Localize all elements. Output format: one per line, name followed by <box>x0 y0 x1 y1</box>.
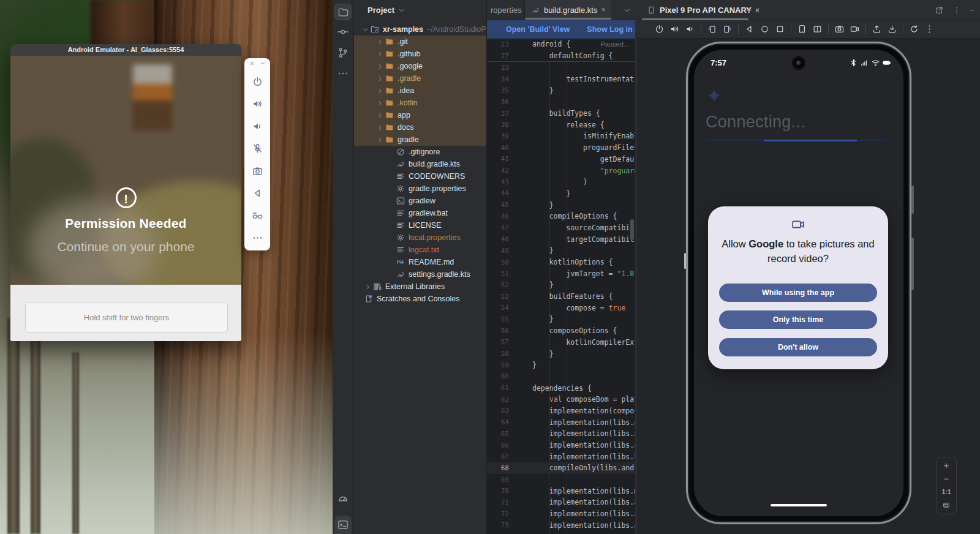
fit-screen-button[interactable] <box>942 501 951 510</box>
back-icon[interactable] <box>244 182 270 205</box>
chevron-right-icon[interactable] <box>376 62 385 70</box>
toolbar-minimize-icon[interactable]: − <box>260 59 265 67</box>
volume-up-icon[interactable] <box>244 93 270 116</box>
permission-button-only-this-time[interactable]: Only this time <box>719 310 877 329</box>
chevron-right-icon[interactable] <box>376 124 385 132</box>
more-icon[interactable] <box>337 67 349 80</box>
tree-item-license[interactable]: LICENSE <box>354 219 486 231</box>
tab-build-gradle-kts[interactable]: build.gradle.kts × <box>525 0 611 20</box>
tree-item--gradle[interactable]: .gradle <box>354 72 486 85</box>
permission-button-don-t-allow[interactable]: Don't allow <box>719 338 877 356</box>
chevron-right-icon[interactable] <box>376 136 385 144</box>
panel-options-icon[interactable]: ⋮ <box>952 6 960 15</box>
device-tab-close-icon[interactable]: × <box>755 6 760 15</box>
phone-screen[interactable]: 7:57 Connecting... Allow Google to take … <box>694 50 903 516</box>
profiler-icon[interactable] <box>337 494 349 506</box>
tree-item-gradlew[interactable]: gradlew <box>354 195 486 207</box>
commit-icon[interactable] <box>337 26 349 38</box>
zoom-out-button[interactable]: − <box>944 475 949 483</box>
tree-item-settings-gradle-kts[interactable]: settings.gradle.kts <box>354 268 486 280</box>
chevron-right-icon[interactable] <box>376 99 385 107</box>
chevron-right-icon[interactable] <box>364 283 372 291</box>
power-icon[interactable] <box>244 70 270 93</box>
download-button[interactable] <box>884 22 900 37</box>
tree-item--git[interactable]: .git <box>354 36 486 48</box>
restart-button[interactable] <box>907 22 922 37</box>
zoom-in-button[interactable]: + <box>944 461 949 469</box>
tree-item-codeowners[interactable]: CODEOWNERS <box>354 170 486 182</box>
project-panel-header[interactable]: Project <box>368 6 406 15</box>
record-button[interactable] <box>847 22 862 37</box>
tree-item-local-properties[interactable]: local.properties <box>354 231 486 244</box>
emulator-titlebar[interactable]: Android Emulator - AI_Glasses:5554 <box>10 44 241 56</box>
camera-button[interactable] <box>832 22 847 37</box>
chevron-right-icon[interactable] <box>376 87 385 95</box>
tab-close-icon[interactable]: × <box>601 6 605 14</box>
chevron-right-icon[interactable] <box>376 38 385 46</box>
emulator-screen[interactable]: ! Permission Needed Continue on your pho… <box>10 56 241 285</box>
tree-item--gitignore[interactable]: .gitignore <box>354 146 486 158</box>
markdown-icon <box>396 257 406 267</box>
glasses-icon[interactable] <box>244 205 270 227</box>
add-device-tab-button[interactable]: + <box>746 0 752 20</box>
tree-item-docs[interactable]: docs <box>354 121 486 134</box>
chevron-down-icon[interactable] <box>361 26 370 34</box>
tree-item--github[interactable]: .github <box>354 48 486 60</box>
toolbar-separator <box>791 24 791 34</box>
open-in-window-icon[interactable] <box>935 6 944 15</box>
status-time: 7:57 <box>710 58 726 67</box>
tree-item-gradle[interactable]: gradle <box>354 134 486 146</box>
tree-item-app[interactable]: app <box>354 109 486 121</box>
tree-item-build-gradle-kts[interactable]: build.gradle.kts <box>354 158 486 170</box>
editor-scrollbar[interactable] <box>630 219 634 240</box>
upload-button[interactable] <box>869 22 884 37</box>
home-button[interactable] <box>757 22 772 37</box>
tree-item--idea[interactable]: .idea <box>354 85 486 97</box>
mic-off-icon[interactable] <box>244 138 270 160</box>
home-indicator[interactable] <box>771 504 827 507</box>
tree-item-scratches-and-consoles[interactable]: Scratches and Consoles <box>354 293 486 305</box>
camera-icon[interactable] <box>244 160 270 182</box>
volume-down-icon[interactable] <box>244 115 270 138</box>
volume-down-button[interactable] <box>682 22 698 37</box>
chevron-right-icon[interactable] <box>376 111 385 119</box>
tree-item--kotlin[interactable]: .kotlin <box>354 97 486 109</box>
terminal-icon[interactable] <box>334 516 352 534</box>
fold-button[interactable] <box>810 22 825 37</box>
tree-item-xr-samples[interactable]: xr-samples~/AndroidStudioProj <box>354 23 486 36</box>
tree-item-label: .github <box>398 50 421 58</box>
open-build-view-link[interactable]: Open 'Build' View <box>506 25 570 34</box>
power-button[interactable] <box>652 22 667 37</box>
permission-button-while-using-the-app[interactable]: While using the app <box>719 284 877 302</box>
zoom-ratio-button[interactable]: 1:1 <box>941 488 951 495</box>
tree-item-label: gradlew <box>409 197 435 205</box>
tree-item-readme-md[interactable]: README.md <box>354 256 486 268</box>
more-icon[interactable] <box>244 227 270 250</box>
chevron-right-icon[interactable] <box>376 75 385 83</box>
show-log-link[interactable]: Show Log in Finder <box>587 25 635 34</box>
toolbar-close-icon[interactable]: × <box>250 59 254 68</box>
emulator-bottom-panel: Hold shift for two fingers <box>10 285 241 341</box>
project-tree: xr-samples~/AndroidStudioProj.git.github… <box>354 23 486 305</box>
back-button[interactable] <box>742 22 757 37</box>
rotate-right-button[interactable] <box>720 22 735 37</box>
volume-up-button[interactable] <box>667 22 682 37</box>
panel-minimize-icon[interactable]: − <box>969 6 974 15</box>
tab-gradle-properties[interactable]: roperties <box>487 0 525 20</box>
tree-item-external-libraries[interactable]: External Libraries <box>354 280 486 293</box>
project-tool-icon[interactable] <box>335 4 352 20</box>
vcs-icon[interactable] <box>337 47 349 59</box>
tree-item-label: .gitignore <box>409 148 440 156</box>
tab-list-dropdown[interactable] <box>623 0 631 20</box>
device-settings-button[interactable] <box>794 22 810 37</box>
kebab-v-button[interactable] <box>922 22 937 37</box>
tree-item--google[interactable]: .google <box>354 60 486 72</box>
chevron-right-icon[interactable] <box>376 50 385 58</box>
overview-button[interactable] <box>772 22 788 37</box>
code-editor[interactable]: roperties build.gradle.kts × Open 'Build… <box>487 0 635 534</box>
tree-item-logcat-txt[interactable]: logcat.txt <box>354 244 486 256</box>
folder-icon <box>385 122 395 132</box>
tree-item-gradle-properties[interactable]: gradle.properties <box>354 182 486 195</box>
tree-item-gradlew-bat[interactable]: gradlew.bat <box>354 207 486 219</box>
rotate-left-button[interactable] <box>704 22 720 37</box>
